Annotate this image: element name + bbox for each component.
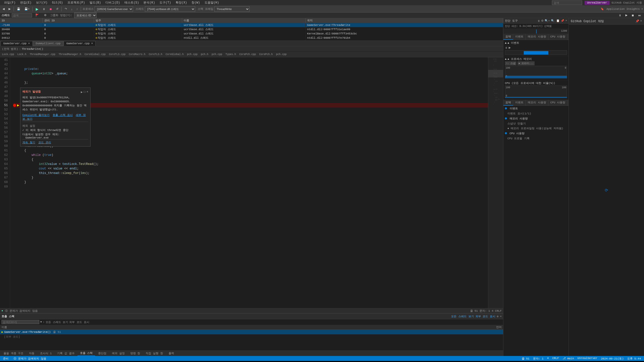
diag-sum-tab-events[interactable]: 이벤트 bbox=[513, 100, 526, 106]
code-line-42[interactable] bbox=[13, 62, 488, 67]
bottom-tab-breakpoints[interactable]: 중단점 bbox=[96, 351, 109, 356]
filetab-lock-h[interactable]: Lock.h bbox=[16, 53, 28, 56]
menu-debug[interactable]: 디버그(D) bbox=[103, 0, 122, 5]
thread-settings-btn[interactable]: ⚙ bbox=[43, 13, 48, 17]
code-line-66[interactable]: this_thread::sleep_for(1ms); bbox=[13, 171, 488, 175]
tab-gameserver-cpp-2[interactable]: GameServer.cpp × bbox=[64, 41, 96, 46]
bottom-tab-history[interactable]: 기록 값 결과 bbox=[55, 351, 77, 356]
diag-copy-btn[interactable]: 📋 bbox=[556, 19, 560, 22]
popup-stack-link[interactable]: 호출 스택 표시 bbox=[53, 114, 72, 117]
call-stack-row-0[interactable]: ▶ GameServer.exe!ThreadWrite() 줄 51 bbox=[0, 330, 503, 334]
code-line-45[interactable] bbox=[13, 76, 488, 80]
cpu-sub-item[interactable]: CPU 프로필 기록 bbox=[503, 136, 569, 141]
menu-file[interactable]: 파일(F) bbox=[2, 0, 18, 5]
filetab-corepch-h[interactable]: CorePch.h bbox=[258, 53, 274, 56]
show-external-label[interactable]: 외부 코드 표시 bbox=[69, 320, 89, 324]
event-play-btn[interactable]: ▶ bbox=[509, 46, 511, 49]
call-stack-external-row[interactable]: [외부 코드] bbox=[0, 334, 503, 339]
filter-icon[interactable]: ▼ bbox=[40, 321, 42, 324]
bottom-tab-immediate[interactable]: 직접 실행 창 bbox=[143, 351, 165, 356]
filetab-coretls-cpp[interactable]: CoreTLS.cpp bbox=[107, 53, 127, 56]
code-line-64[interactable]: int32 value = testLock.TestRead(); bbox=[13, 162, 488, 166]
code-line-43[interactable]: private: bbox=[13, 67, 488, 71]
filetab-coreglobal-cpp[interactable]: CoreGlobal.cpp bbox=[83, 53, 107, 56]
diag-tab-events[interactable]: 이벤트 bbox=[513, 34, 526, 40]
call-stack-search-input[interactable] bbox=[2, 320, 39, 324]
menu-build[interactable]: 빌드(B) bbox=[88, 0, 103, 5]
toolbar-restart[interactable]: ↺ bbox=[55, 7, 60, 11]
diag-sum-tab-summary[interactable]: 요약 bbox=[503, 100, 513, 106]
memory-profiling-item[interactable]: ● 메모리 프로파일링 사용(성능에 저하됨) bbox=[503, 126, 569, 131]
filetab-pch-h[interactable]: pch.h bbox=[199, 53, 210, 56]
process-dropdown[interactable]: [18924] GameServer.exe bbox=[95, 6, 133, 12]
bottom-tab-command[interactable]: 명령 창 bbox=[128, 351, 143, 356]
filetab-lock-cpp[interactable]: Lock.cpp bbox=[1, 53, 16, 56]
filetab-types-h[interactable]: Types.h bbox=[224, 53, 237, 56]
code-line-63[interactable]: { bbox=[13, 157, 488, 162]
filetab-corepch-cpp[interactable]: CorePch.cpp bbox=[238, 53, 257, 56]
code-line-67[interactable]: } bbox=[13, 175, 488, 180]
filetab-coreglobal-h[interactable]: CoreGlobal.h bbox=[164, 53, 185, 56]
menu-search-input[interactable] bbox=[552, 1, 582, 5]
thread-step-btn[interactable]: ⏭ bbox=[637, 13, 642, 17]
group-by-dropdown[interactable]: 프로세스 ID bbox=[74, 13, 97, 18]
filetab-pch-cpp[interactable]: pch.cpp bbox=[185, 53, 199, 56]
menu-help[interactable]: 도움말(H) bbox=[203, 0, 221, 5]
menu-extend[interactable]: 확장(X) bbox=[174, 0, 189, 5]
menu-analyze[interactable]: 분석(K) bbox=[141, 0, 157, 5]
call-stack-close-icon[interactable]: × bbox=[500, 315, 502, 318]
thread-search-input[interactable] bbox=[12, 13, 32, 17]
status-encoding[interactable]: CRLF bbox=[551, 357, 560, 360]
toolbar-stop[interactable]: ⏹ bbox=[48, 7, 54, 11]
events-expand[interactable]: ▲ ▲ 이벤트 bbox=[505, 41, 567, 45]
popup-ignore-link[interactable]: 코드 관리 bbox=[38, 141, 51, 144]
diag-tab-summary[interactable]: 요약 bbox=[503, 34, 513, 40]
bottom-tab-pool[interactable]: 풀을 계층 구조 bbox=[1, 351, 26, 356]
menu-edit[interactable]: 편집(E) bbox=[18, 0, 34, 5]
toolbar-back[interactable]: ◀ bbox=[1, 7, 6, 11]
timeline-bar[interactable]: 1200 bbox=[503, 29, 569, 34]
code-line-46[interactable]: }; bbox=[13, 80, 488, 85]
event-pause-btn[interactable]: ⏸ bbox=[505, 46, 508, 49]
popup-copilot-link[interactable]: Copilot에 물어보기 bbox=[22, 114, 50, 117]
thread-row-0[interactable]: -7146 0 ⚙작업자 스레드 ucrtbase.dll 스레드 GameSe… bbox=[0, 23, 503, 27]
bottom-tab-exceptions[interactable]: 예외 설정 bbox=[109, 351, 127, 356]
thread-stop-btn[interactable]: ⏹ bbox=[630, 13, 636, 17]
toolbar-start-debug[interactable]: ▶ bbox=[34, 7, 40, 12]
cpu-expand[interactable]: CPU (모든 프로세서에 대한 비율(%)) bbox=[505, 81, 567, 85]
show-external-code-btn[interactable]: 외부 코드 표시 bbox=[475, 314, 495, 318]
toolbar-save[interactable]: 💾 bbox=[15, 7, 22, 11]
status-state[interactable]: 준비 bbox=[2, 357, 10, 360]
thread-dropdown[interactable]: [7544] ucrtbase.dll 스레드 bbox=[145, 6, 195, 12]
filetab-threadmgr-h[interactable]: ThreadManager.h bbox=[57, 53, 83, 56]
call-stack-settings-icon[interactable]: ⚙ bbox=[497, 315, 499, 318]
bottom-tab-callstack[interactable]: 호출 스택 bbox=[77, 351, 95, 356]
menu-git[interactable]: Git(G) bbox=[50, 1, 65, 5]
filetab-coretls-h[interactable]: CoreTLS.h bbox=[147, 53, 164, 56]
memory-expand[interactable]: ▲ ▲ 프로세스 메모리 bbox=[505, 57, 567, 61]
copilot-close-icon[interactable]: × bbox=[640, 19, 642, 23]
diag-memory-item[interactable]: 메모리 사용량 bbox=[503, 116, 569, 121]
events-sub-item[interactable]: 이벤트 표시(1/1) bbox=[503, 111, 569, 116]
filetab-threadmgr-cpp[interactable]: ThreadManager.cpp bbox=[28, 53, 57, 56]
code-line-41[interactable] bbox=[13, 58, 488, 62]
filetab-coremacro-h[interactable]: CoreMacro.h bbox=[127, 53, 147, 56]
menu-window[interactable]: 창(W) bbox=[189, 0, 202, 5]
code-line-68[interactable]: } bbox=[13, 180, 488, 185]
toolbar-saveall[interactable]: 💾+ bbox=[23, 7, 31, 11]
diag-sum-tab-cpu[interactable]: CPU 사용량 bbox=[548, 100, 568, 106]
code-line-61[interactable]: { bbox=[13, 148, 488, 153]
sort-icon[interactable]: ↕ bbox=[43, 321, 45, 324]
thread-row-3[interactable]: 34612 0 ⚙작업자 스레드 ntdll.dll 스레드 ntdll.dll… bbox=[0, 36, 503, 40]
menu-tools[interactable]: 도구(T) bbox=[157, 0, 173, 5]
diag-pin-icon[interactable]: 📌 bbox=[561, 19, 564, 22]
code-line-44[interactable]: queue<int32> _queue; bbox=[13, 71, 488, 76]
diag-sum-tab-memory[interactable]: 메모리 사용량 bbox=[526, 100, 548, 106]
popup-continue-link[interactable]: 계속 찾기 bbox=[22, 141, 35, 144]
filetab-pch-cpp-3[interactable]: pch.cpp bbox=[274, 53, 288, 56]
toolbar-stepover[interactable]: ↷ bbox=[63, 7, 68, 11]
show-all-threads-label[interactable]: 모든 스레드 보기 bbox=[46, 320, 68, 324]
status-project[interactable]: UnrealServer bbox=[576, 357, 599, 360]
memory-sub-item[interactable]: 스냅샷 만들기 bbox=[503, 121, 569, 126]
diag-cpu-item[interactable]: CPU 사용량 bbox=[503, 131, 569, 136]
